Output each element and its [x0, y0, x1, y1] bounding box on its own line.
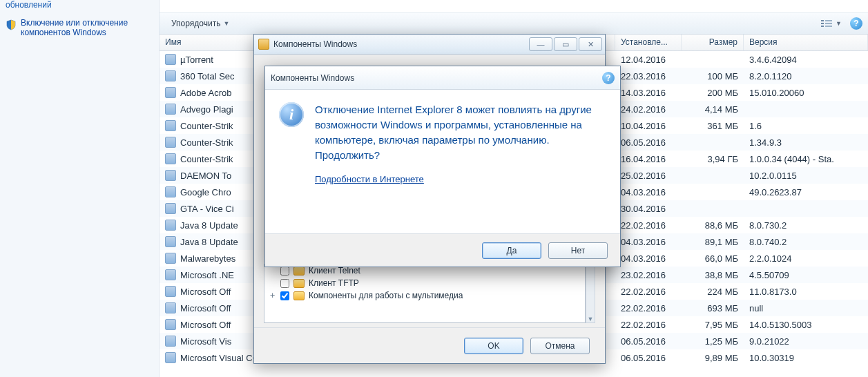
help-icon[interactable]: ?: [602, 72, 615, 84]
confirm-dialog: Компоненты Windows ? i Отключение Intern…: [264, 66, 621, 267]
svg-rect-3: [821, 26, 824, 27]
organize-menu[interactable]: Упорядочить ▼: [165, 17, 235, 30]
app-name: Java 8 Update: [180, 237, 238, 247]
app-icon: [165, 319, 176, 330]
app-install-date: 06.05.2016: [615, 353, 682, 363]
left-nav-pane: обновлений Включение или отключение комп…: [0, 0, 160, 377]
app-name: Microsoft Off: [180, 287, 231, 297]
feature-label: Клиент Telnet: [309, 266, 360, 276]
app-icon: [165, 269, 176, 280]
link-windows-features-label: Включение или отключение компонентов Win…: [21, 18, 153, 37]
app-icon: [165, 153, 176, 164]
chevron-down-icon: ▼: [836, 20, 842, 27]
svg-rect-2: [821, 23, 824, 24]
app-version: 4.5.50709: [744, 270, 868, 280]
app-name: Microsoft Vis: [180, 336, 231, 347]
tree-item[interactable]: Клиент TFTP: [264, 277, 585, 289]
app-icon: [165, 336, 176, 347]
no-button[interactable]: Нет: [548, 242, 608, 259]
link-windows-features[interactable]: Включение или отключение компонентов Win…: [4, 15, 155, 40]
app-install-date: 04.03.2016: [615, 253, 682, 264]
feature-checkbox[interactable]: [280, 291, 289, 300]
dialog-title: Компоненты Windows: [273, 39, 525, 49]
feature-checkbox[interactable]: [280, 279, 289, 288]
view-mode-button[interactable]: ▼: [818, 17, 845, 30]
yes-button[interactable]: Да: [482, 242, 541, 259]
app-size: 89,1 МБ: [682, 237, 744, 247]
app-version: null: [744, 303, 868, 313]
app-size: 224 МБ: [682, 287, 744, 297]
app-version: 8.0.730.2: [744, 220, 868, 231]
app-install-date: 25.02.2016: [615, 171, 682, 181]
app-install-date: 22.02.2016: [615, 287, 682, 297]
app-icon: [165, 186, 176, 197]
expand-toggle[interactable]: +: [269, 291, 276, 300]
folder-icon: [293, 279, 305, 288]
app-version: 3.4.6.42094: [744, 55, 868, 65]
app-name: DAEMON To: [180, 171, 231, 181]
app-icon: [165, 87, 176, 98]
app-size: 66,0 МБ: [682, 253, 744, 264]
confirm-message: Отключение Internet Explorer 8 может пов…: [315, 102, 606, 163]
app-icon: [165, 236, 176, 247]
app-name: µTorrent: [180, 55, 213, 65]
app-install-date: 14.03.2016: [615, 88, 682, 98]
app-icon: [165, 302, 176, 313]
svg-rect-6: [825, 26, 832, 27]
app-icon: [165, 54, 176, 65]
ok-button[interactable]: OK: [464, 338, 523, 354]
feature-label: Клиент TFTP: [309, 278, 359, 288]
app-size: 361 МБ: [682, 121, 744, 131]
app-name: 360 Total Sec: [180, 71, 235, 81]
info-icon: i: [279, 102, 304, 127]
col-date[interactable]: Установле...: [615, 35, 682, 50]
app-version: 9.0.21022: [744, 336, 868, 347]
confirm-header-title: Компоненты Windows: [271, 73, 354, 83]
app-icon: [165, 120, 176, 131]
window-icon: [258, 39, 269, 50]
link-updates[interactable]: обновлений: [4, 0, 155, 15]
app-icon: [165, 203, 176, 214]
app-version: 1.6: [744, 121, 868, 131]
cancel-button[interactable]: Отмена: [530, 338, 590, 354]
chevron-down-icon: ▼: [223, 20, 229, 27]
col-size[interactable]: Размер: [682, 35, 744, 50]
app-icon: [165, 286, 176, 297]
app-install-date: 06.05.2016: [615, 137, 682, 148]
app-install-date: 22.02.2016: [615, 303, 682, 313]
details-link[interactable]: Подробности в Интернете: [315, 174, 606, 184]
app-version: 8.2.0.1120: [744, 71, 868, 81]
col-version[interactable]: Версия: [744, 35, 868, 50]
app-name: Microsoft .NE: [180, 270, 234, 280]
app-install-date: 23.02.2016: [615, 270, 682, 280]
app-install-date: 24.02.2016: [615, 104, 682, 115]
app-name: GTA - Vice Ci: [180, 204, 234, 214]
maximize-button[interactable]: ▭: [554, 37, 577, 51]
app-version: 10.0.30319: [744, 353, 868, 363]
app-size: 693 МБ: [682, 303, 744, 313]
dialog-titlebar[interactable]: Компоненты Windows — ▭ ✕: [254, 35, 605, 55]
app-name: Google Chro: [180, 187, 231, 197]
app-version: 49.0.2623.87: [744, 187, 868, 197]
app-size: 38,8 МБ: [682, 270, 744, 280]
help-button[interactable]: ?: [850, 17, 862, 30]
feature-tree[interactable]: Клиент TelnetКлиент TFTP+Компоненты для …: [264, 264, 586, 323]
app-size: 9,89 МБ: [682, 353, 744, 363]
minimize-button[interactable]: —: [529, 37, 552, 51]
feature-checkbox[interactable]: [280, 267, 289, 276]
app-name: Advego Plagi: [180, 104, 233, 115]
app-name: Counter-Strik: [180, 154, 233, 164]
app-name: Counter-Strik: [180, 121, 233, 131]
app-version: 2.2.0.1024: [744, 253, 868, 264]
tree-item[interactable]: +Компоненты для работы с мультимедиа: [264, 289, 585, 302]
app-version: 15.010.20060: [744, 88, 868, 98]
close-button[interactable]: ✕: [579, 37, 602, 51]
app-size: 1,25 МБ: [682, 336, 744, 347]
confirm-header: Компоненты Windows ?: [265, 66, 620, 90]
view-icon: [820, 19, 833, 28]
app-install-date: 10.04.2016: [615, 121, 682, 131]
app-install-date: 22.02.2016: [615, 320, 682, 330]
app-name: Microsoft Off: [180, 303, 231, 313]
explorer-toolbar: Упорядочить ▼ ▼ ?: [160, 12, 868, 35]
app-version: 1.0.0.34 (4044) - Sta.: [744, 154, 868, 164]
